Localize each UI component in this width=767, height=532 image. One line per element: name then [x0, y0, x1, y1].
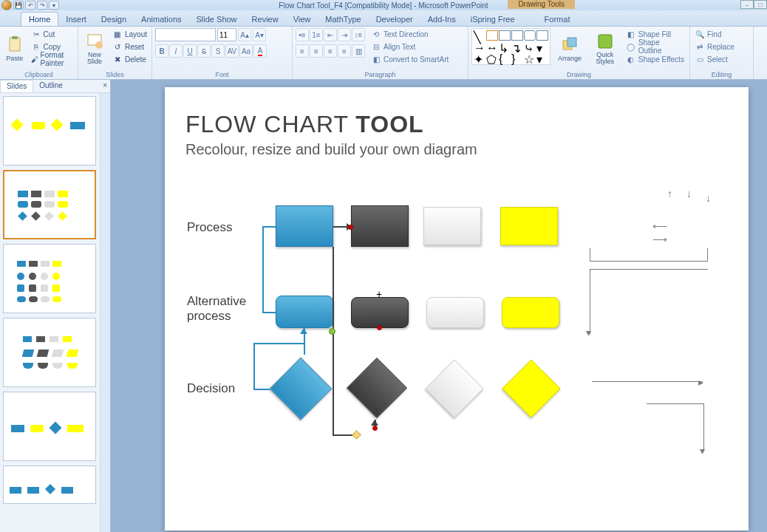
text-direction-button[interactable]: ⟲Text Direction [369, 28, 450, 40]
connector-blue-1[interactable] [262, 226, 276, 228]
shape-altprocess-grey[interactable] [426, 297, 484, 328]
indent-right-button[interactable]: ⇥ [338, 28, 351, 41]
qat-save-icon[interactable]: 💾 [13, 1, 24, 10]
bullets-button[interactable]: •≡ [296, 28, 309, 41]
strikethrough-button[interactable]: S̶ [197, 44, 211, 58]
maximize-button[interactable]: □ [754, 0, 767, 9]
selection-handle-1[interactable] [348, 225, 353, 230]
font-color-button[interactable]: A [253, 44, 267, 58]
guide-arrow-down3[interactable]: ▾ [586, 327, 591, 338]
tab-home[interactable]: Home [21, 12, 58, 26]
shape-process-grey[interactable] [423, 207, 481, 245]
slide-thumb-5[interactable] [3, 392, 96, 461]
format-painter-button[interactable]: 🖌Format Painter [30, 53, 75, 65]
delete-button[interactable]: ✖Delete [111, 53, 149, 65]
tab-mathtype[interactable]: MathType [318, 13, 368, 26]
font-name-input[interactable] [155, 28, 216, 41]
shape-process-yellow[interactable] [500, 207, 558, 245]
case-button[interactable]: Aa [239, 44, 253, 58]
tab-design[interactable]: Design [94, 13, 134, 26]
shapes-gallery[interactable]: ╲ →↔↳↴⤷▾ ✦⬠{}☆▾ [471, 28, 550, 65]
shape-process-blue[interactable] [276, 205, 333, 247]
shape-altprocess-yellow[interactable] [502, 297, 559, 328]
shape-process-dark[interactable] [351, 205, 409, 247]
qat-more-icon[interactable]: ▾ [49, 1, 59, 10]
paste-button[interactable]: Paste [3, 28, 27, 69]
columns-button[interactable]: ▥ [352, 44, 365, 58]
tab-format[interactable]: Format [537, 13, 578, 26]
tab-slideshow[interactable]: Slide Show [189, 13, 245, 26]
shape-outline-button[interactable]: ◯Shape Outline [624, 41, 686, 52]
shape-decision-yellow[interactable] [502, 359, 560, 417]
select-button[interactable]: ▭Select [693, 53, 736, 65]
slide-thumb-3[interactable] [3, 244, 96, 313]
bold-button[interactable]: B [155, 44, 168, 58]
replace-button[interactable]: ⇄Replace [693, 41, 736, 52]
align-left-button[interactable]: ≡ [296, 44, 309, 58]
close-pane-button[interactable]: × [100, 80, 110, 92]
italic-button[interactable]: I [169, 44, 183, 58]
tab-review[interactable]: Review [245, 13, 286, 26]
arrange-button[interactable]: Arrange [553, 28, 586, 69]
underline-button[interactable]: U [183, 44, 197, 58]
guide-box-3[interactable] [647, 403, 704, 451]
cut-button[interactable]: ✂Cut [30, 28, 75, 40]
tab-insert[interactable]: Insert [58, 13, 94, 26]
slide-thumb-2[interactable] [3, 170, 96, 239]
slide-canvas[interactable]: FLOW CHART TOOL Recolour, resize and bui… [165, 87, 749, 531]
slide-thumb-6[interactable] [3, 466, 96, 504]
tab-ispring[interactable]: iSpring Free [463, 13, 522, 26]
adjust-handle[interactable] [352, 430, 361, 440]
shadow-button[interactable]: S [211, 44, 225, 58]
grow-font-button[interactable]: A▴ [238, 28, 251, 41]
slide-thumb-1[interactable] [3, 96, 96, 166]
font-size-input[interactable] [217, 28, 236, 41]
tab-outline[interactable]: Outline [33, 80, 69, 92]
shape-decision-blue[interactable] [270, 358, 333, 420]
thumbs-list[interactable] [0, 93, 110, 532]
guide-box-2[interactable] [590, 269, 708, 334]
guide-arrow-up[interactable]: ↑ [667, 188, 672, 200]
connector-blue-3a[interactable] [253, 343, 255, 389]
thumbs-scrollbar[interactable] [100, 93, 110, 532]
slide-area[interactable]: FLOW CHART TOOL Recolour, resize and bui… [111, 80, 767, 532]
align-text-button[interactable]: ⊟Align Text [369, 41, 450, 52]
tab-view[interactable]: View [286, 13, 318, 26]
selection-handle-3[interactable] [372, 426, 378, 431]
quick-styles-button[interactable]: Quick Styles [589, 28, 621, 69]
layout-button[interactable]: ▦Layout [111, 28, 149, 40]
guide-arrow-down4[interactable]: ▾ [700, 445, 705, 457]
office-button[interactable] [1, 0, 12, 10]
indent-left-button[interactable]: ⇤ [324, 28, 337, 41]
guide-arrow-right2[interactable]: ▸ [698, 376, 703, 388]
guide-line-1[interactable] [592, 381, 703, 382]
tab-addins[interactable]: Add-Ins [420, 13, 463, 26]
smartart-button[interactable]: ◧Convert to SmartArt [369, 53, 450, 65]
find-button[interactable]: 🔍Find [693, 28, 736, 40]
guide-box-1[interactable] [590, 248, 708, 262]
shape-altprocess-blue[interactable] [276, 296, 333, 328]
guide-arrow-down2[interactable]: ↓ [706, 192, 711, 204]
slide-thumb-4[interactable] [3, 318, 96, 387]
tab-animations[interactable]: Animations [134, 13, 188, 26]
qat-undo-icon[interactable]: ↶ [25, 1, 35, 10]
shrink-font-button[interactable]: A▾ [253, 28, 266, 41]
align-right-button[interactable]: ≡ [324, 44, 337, 58]
align-center-button[interactable]: ≡ [310, 44, 323, 58]
justify-button[interactable]: ≡ [338, 44, 351, 58]
new-slide-button[interactable]: New Slide [81, 28, 108, 69]
guide-arrow-right[interactable]: ⟶ [652, 233, 667, 245]
linespacing-button[interactable]: ↕≡ [352, 28, 365, 41]
qat-redo-icon[interactable]: ↷ [37, 1, 47, 10]
shape-decision-grey[interactable] [425, 359, 483, 417]
tab-developer[interactable]: Developer [369, 13, 420, 26]
shape-effects-button[interactable]: ◐Shape Effects [624, 53, 686, 65]
spacing-button[interactable]: AV [225, 44, 239, 58]
connector-dark-2a[interactable] [333, 247, 334, 436]
reset-button[interactable]: ↺Reset [111, 41, 149, 52]
guide-arrow-left[interactable]: ⟵ [652, 220, 667, 232]
minimize-button[interactable]: – [740, 0, 754, 9]
numbering-button[interactable]: 1≡ [310, 28, 323, 41]
tab-slides[interactable]: Slides [0, 80, 33, 92]
shape-decision-dark[interactable] [347, 358, 407, 418]
